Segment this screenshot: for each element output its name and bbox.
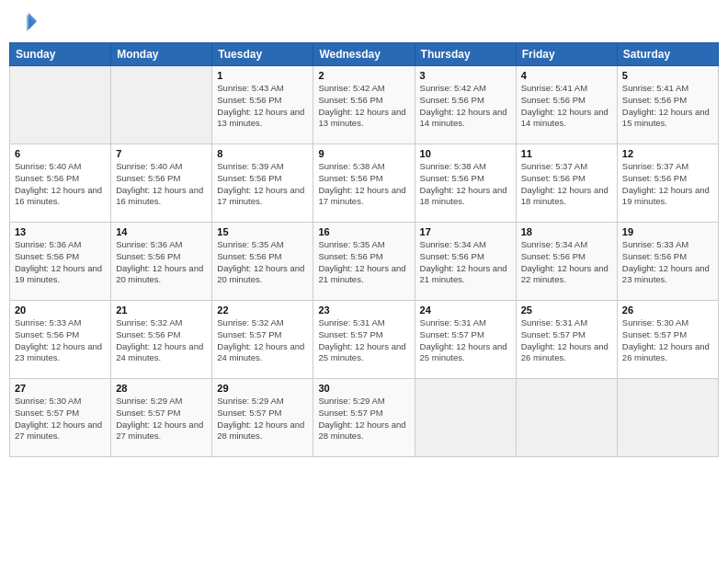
calendar-table: SundayMondayTuesdayWednesdayThursdayFrid… — [9, 42, 719, 457]
day-info: Sunrise: 5:41 AMSunset: 5:56 PMDaylight:… — [622, 83, 713, 130]
day-info: Sunrise: 5:34 AMSunset: 5:56 PMDaylight:… — [521, 239, 612, 286]
day-info: Sunrise: 5:38 AMSunset: 5:56 PMDaylight:… — [318, 161, 409, 208]
calendar-cell: 12Sunrise: 5:37 AMSunset: 5:56 PMDayligh… — [617, 144, 718, 223]
day-number: 18 — [521, 226, 612, 237]
day-number: 9 — [318, 148, 409, 159]
day-info: Sunrise: 5:40 AMSunset: 5:56 PMDaylight:… — [116, 161, 207, 208]
calendar-cell: 21Sunrise: 5:32 AMSunset: 5:56 PMDayligh… — [111, 301, 212, 379]
day-number: 4 — [521, 70, 612, 81]
day-number: 23 — [318, 304, 409, 316]
calendar-cell: 4Sunrise: 5:41 AMSunset: 5:56 PMDaylight… — [516, 66, 617, 144]
weekday-header-monday: Monday — [111, 43, 212, 66]
calendar-cell — [415, 379, 516, 457]
weekday-header-wednesday: Wednesday — [313, 43, 415, 66]
calendar-cell: 23Sunrise: 5:31 AMSunset: 5:57 PMDayligh… — [313, 301, 415, 379]
calendar-cell: 5Sunrise: 5:41 AMSunset: 5:56 PMDaylight… — [617, 66, 718, 144]
day-info: Sunrise: 5:43 AMSunset: 5:56 PMDaylight:… — [217, 83, 308, 130]
calendar-cell: 22Sunrise: 5:32 AMSunset: 5:57 PMDayligh… — [212, 301, 313, 379]
calendar-cell: 25Sunrise: 5:31 AMSunset: 5:57 PMDayligh… — [516, 301, 617, 379]
day-info: Sunrise: 5:30 AMSunset: 5:57 PMDaylight:… — [15, 396, 106, 442]
weekday-header-saturday: Saturday — [617, 43, 718, 66]
day-number: 7 — [116, 148, 207, 159]
day-number: 15 — [217, 226, 308, 237]
day-info: Sunrise: 5:37 AMSunset: 5:56 PMDaylight:… — [622, 161, 713, 208]
calendar-cell: 9Sunrise: 5:38 AMSunset: 5:56 PMDaylight… — [313, 144, 415, 223]
day-number: 26 — [622, 304, 713, 316]
day-number: 20 — [15, 304, 106, 316]
day-info: Sunrise: 5:41 AMSunset: 5:56 PMDaylight:… — [521, 83, 612, 130]
calendar-cell: 6Sunrise: 5:40 AMSunset: 5:56 PMDaylight… — [10, 144, 111, 223]
calendar-cell: 14Sunrise: 5:36 AMSunset: 5:56 PMDayligh… — [111, 223, 212, 301]
day-number: 24 — [420, 304, 511, 316]
day-info: Sunrise: 5:31 AMSunset: 5:57 PMDaylight:… — [521, 317, 612, 364]
calendar-cell: 18Sunrise: 5:34 AMSunset: 5:56 PMDayligh… — [516, 223, 617, 301]
calendar-cell: 30Sunrise: 5:29 AMSunset: 5:57 PMDayligh… — [313, 379, 415, 457]
day-info: Sunrise: 5:39 AMSunset: 5:56 PMDaylight:… — [217, 161, 308, 208]
day-info: Sunrise: 5:36 AMSunset: 5:56 PMDaylight:… — [15, 239, 106, 286]
day-info: Sunrise: 5:42 AMSunset: 5:56 PMDaylight:… — [318, 83, 409, 130]
calendar-cell: 20Sunrise: 5:33 AMSunset: 5:56 PMDayligh… — [10, 301, 111, 379]
day-number: 21 — [116, 304, 207, 316]
day-number: 28 — [116, 383, 207, 394]
logo-icon — [13, 9, 39, 35]
calendar-cell: 26Sunrise: 5:30 AMSunset: 5:57 PMDayligh… — [617, 301, 718, 379]
weekday-header-friday: Friday — [516, 43, 617, 66]
day-number: 6 — [15, 148, 106, 159]
day-number: 3 — [420, 70, 511, 81]
day-number: 16 — [318, 226, 409, 237]
calendar-cell: 28Sunrise: 5:29 AMSunset: 5:57 PMDayligh… — [111, 379, 212, 457]
calendar-cell: 17Sunrise: 5:34 AMSunset: 5:56 PMDayligh… — [415, 223, 516, 301]
calendar-cell: 27Sunrise: 5:30 AMSunset: 5:57 PMDayligh… — [10, 379, 111, 457]
calendar-cell — [10, 66, 111, 144]
calendar-cell: 19Sunrise: 5:33 AMSunset: 5:56 PMDayligh… — [617, 223, 718, 301]
day-info: Sunrise: 5:29 AMSunset: 5:57 PMDaylight:… — [318, 396, 409, 442]
day-info: Sunrise: 5:34 AMSunset: 5:56 PMDaylight:… — [420, 239, 511, 286]
day-number: 17 — [420, 226, 511, 237]
day-info: Sunrise: 5:30 AMSunset: 5:57 PMDaylight:… — [622, 317, 713, 364]
day-number: 13 — [15, 226, 106, 237]
day-info: Sunrise: 5:32 AMSunset: 5:57 PMDaylight:… — [217, 317, 308, 364]
day-info: Sunrise: 5:31 AMSunset: 5:57 PMDaylight:… — [420, 317, 511, 364]
calendar-cell: 16Sunrise: 5:35 AMSunset: 5:56 PMDayligh… — [313, 223, 415, 301]
day-info: Sunrise: 5:42 AMSunset: 5:56 PMDaylight:… — [420, 83, 511, 130]
weekday-header-thursday: Thursday — [415, 43, 516, 66]
page-header — [9, 9, 719, 35]
logo — [13, 9, 42, 35]
calendar-cell — [617, 379, 718, 457]
day-info: Sunrise: 5:33 AMSunset: 5:56 PMDaylight:… — [15, 317, 106, 364]
day-number: 2 — [318, 70, 409, 81]
weekday-header-tuesday: Tuesday — [212, 43, 313, 66]
week-row-3: 13Sunrise: 5:36 AMSunset: 5:56 PMDayligh… — [10, 223, 719, 301]
day-info: Sunrise: 5:40 AMSunset: 5:56 PMDaylight:… — [15, 161, 106, 208]
day-number: 1 — [217, 70, 308, 81]
day-number: 22 — [217, 304, 308, 316]
day-number: 5 — [622, 70, 713, 81]
day-info: Sunrise: 5:36 AMSunset: 5:56 PMDaylight:… — [116, 239, 207, 286]
calendar-cell: 8Sunrise: 5:39 AMSunset: 5:56 PMDaylight… — [212, 144, 313, 223]
calendar-cell: 1Sunrise: 5:43 AMSunset: 5:56 PMDaylight… — [212, 66, 313, 144]
day-number: 25 — [521, 304, 612, 316]
day-info: Sunrise: 5:37 AMSunset: 5:56 PMDaylight:… — [521, 161, 612, 208]
day-info: Sunrise: 5:35 AMSunset: 5:56 PMDaylight:… — [318, 239, 409, 286]
calendar-cell: 24Sunrise: 5:31 AMSunset: 5:57 PMDayligh… — [415, 301, 516, 379]
day-info: Sunrise: 5:31 AMSunset: 5:57 PMDaylight:… — [318, 317, 409, 364]
day-number: 29 — [217, 383, 308, 394]
calendar-cell: 3Sunrise: 5:42 AMSunset: 5:56 PMDaylight… — [415, 66, 516, 144]
day-number: 27 — [15, 383, 106, 394]
weekday-header-row: SundayMondayTuesdayWednesdayThursdayFrid… — [10, 43, 719, 66]
weekday-header-sunday: Sunday — [10, 43, 111, 66]
day-number: 14 — [116, 226, 207, 237]
calendar-cell — [516, 379, 617, 457]
day-info: Sunrise: 5:35 AMSunset: 5:56 PMDaylight:… — [217, 239, 308, 286]
calendar-cell: 2Sunrise: 5:42 AMSunset: 5:56 PMDaylight… — [313, 66, 415, 144]
day-number: 12 — [622, 148, 713, 159]
day-number: 10 — [420, 148, 511, 159]
calendar-cell: 29Sunrise: 5:29 AMSunset: 5:57 PMDayligh… — [212, 379, 313, 457]
calendar-cell — [111, 66, 212, 144]
day-info: Sunrise: 5:29 AMSunset: 5:57 PMDaylight:… — [217, 396, 308, 442]
day-number: 11 — [521, 148, 612, 159]
week-row-2: 6Sunrise: 5:40 AMSunset: 5:56 PMDaylight… — [10, 144, 719, 223]
calendar-cell: 10Sunrise: 5:38 AMSunset: 5:56 PMDayligh… — [415, 144, 516, 223]
day-number: 8 — [217, 148, 308, 159]
day-number: 19 — [622, 226, 713, 237]
